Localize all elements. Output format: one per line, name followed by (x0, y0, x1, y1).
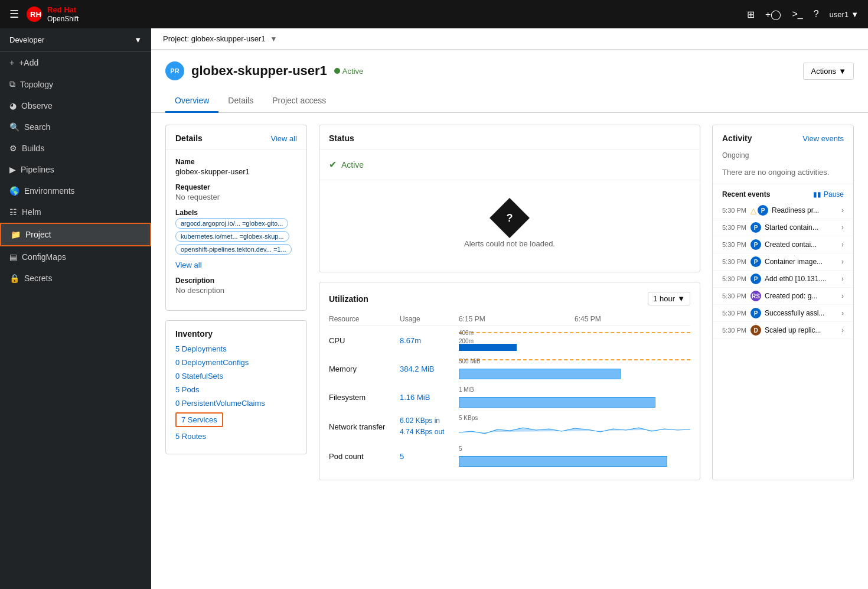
event-row-4[interactable]: 5:30 PM P Add eth0 [10.131.... › (713, 271, 853, 288)
hamburger-menu[interactable]: ☰ (9, 8, 19, 21)
event-row-2[interactable]: 5:30 PM P Created contai... › (713, 236, 853, 253)
secrets-icon: 🔒 (9, 274, 19, 283)
event-badge-5: RS (750, 291, 761, 301)
inventory-pvcs[interactable]: 0 PersistentVolumeClaims (175, 399, 297, 408)
sidebar-item-observe[interactable]: ◕ Observe (0, 95, 151, 116)
event-badge-3: P (750, 256, 761, 267)
inventory-services[interactable]: 7 Services (175, 412, 223, 427)
sidebar-item-secrets[interactable]: 🔒 Secrets (0, 268, 151, 289)
event-row-1[interactable]: 5:30 PM P Started contain... › (713, 219, 853, 236)
details-view-all[interactable]: View all (270, 134, 297, 143)
event-time-5: 5:30 PM (722, 292, 747, 300)
inventory-statefulsets[interactable]: 0 StatefulSets (175, 372, 297, 380)
alert-diamond-icon: ? (495, 204, 524, 232)
add-circle-icon[interactable]: +◯ (765, 9, 781, 20)
memory-label: Memory (329, 354, 400, 383)
project-bar-label: Project: globex-skupper-user1 (163, 34, 265, 43)
detail-description: Description No description (175, 276, 297, 295)
inventory-pods[interactable]: 5 Pods (175, 385, 297, 394)
alert-text: Alerts could not be loaded. (464, 239, 555, 248)
time-range-selector[interactable]: 1 hour ▼ (648, 292, 690, 305)
memory-limit-label: 500 MiB (459, 358, 481, 365)
alert-placeholder: ? Alerts could not be loaded. (319, 180, 700, 272)
event-text-6: Successfully assi... (765, 309, 838, 317)
sidebar-item-configmaps[interactable]: ▤ ConfigMaps (0, 246, 151, 268)
event-row-5[interactable]: 5:30 PM RS Created pod: g... › (713, 288, 853, 305)
memory-bar (459, 369, 621, 379)
sidebar-item-environments[interactable]: 🌎 Environments (0, 180, 151, 201)
perspective-chevron-icon: ▼ (134, 35, 142, 44)
project-icon: 📁 (11, 230, 21, 239)
tab-details[interactable]: Details (218, 90, 263, 113)
label-tag-2[interactable]: openshift-pipelines.tekton.dev... =1... (175, 244, 292, 255)
actions-button[interactable]: Actions ▼ (803, 63, 854, 80)
event-text-0: Readiness pr... (772, 206, 838, 214)
builds-icon: ⚙ (9, 144, 17, 153)
sidebar-item-builds[interactable]: ⚙ Builds (0, 138, 151, 159)
event-row-0[interactable]: 5:30 PM △ P Readiness pr... › (713, 202, 853, 219)
sidebar-item-project[interactable]: 📁 Project (0, 223, 151, 246)
project-bar-chevron-icon[interactable]: ▼ (270, 35, 277, 43)
brand-bot: OpenShift (47, 15, 79, 23)
user-label: user1 (830, 10, 849, 19)
utilization-table: Resource Usage 6:15 PM 6:45 PM CPU 8.67m (329, 313, 690, 470)
view-events-link[interactable]: View events (802, 134, 844, 143)
event-text-2: Created contai... (765, 240, 838, 249)
timerange-chevron-icon: ▼ (677, 294, 685, 303)
event-time-2: 5:30 PM (722, 241, 747, 248)
sidebar-item-topology[interactable]: ⧉ Topology (0, 73, 151, 95)
page-header: PR globex-skupper-user1 Active Actions ▼ (151, 50, 868, 80)
status-card: Status ✔ Active ? Alerts could not be (319, 125, 700, 272)
event-time-6: 5:30 PM (722, 310, 747, 317)
event-arrow-0: › (841, 206, 844, 214)
utilization-card: Utilization 1 hour ▼ Resource Usage 6:15… (319, 282, 700, 480)
status-dot-icon (334, 68, 340, 74)
event-row-3[interactable]: 5:30 PM P Container image... › (713, 253, 853, 271)
event-time-4: 5:30 PM (722, 275, 747, 282)
pause-icon: ▮▮ (813, 190, 821, 198)
labels-view-all[interactable]: View all (175, 261, 297, 269)
detail-requester: Requester No requester (175, 183, 297, 201)
event-arrow-4: › (841, 275, 844, 283)
no-activity-text: There are no ongoing activities. (713, 163, 853, 184)
event-text-3: Container image... (765, 258, 838, 266)
label-tag-1[interactable]: kubernetes.io/met... =globex-skup... (175, 231, 289, 242)
event-row-6[interactable]: 5:30 PM P Successfully assi... › (713, 305, 853, 322)
col-time2: 6:45 PM (575, 313, 690, 326)
sidebar-item-pipelines[interactable]: ▶ Pipelines (0, 159, 151, 180)
event-row-7[interactable]: 5:30 PM D Scaled up replic... › (713, 322, 853, 339)
status-row: ✔ Active (329, 159, 690, 170)
inventory-routes[interactable]: 5 Routes (175, 432, 297, 441)
sidebar-item-add[interactable]: + +Add (0, 52, 151, 73)
detail-name: Name globex-skupper-user1 (175, 158, 297, 176)
event-badge-6: P (750, 308, 761, 318)
event-text-4: Add eth0 [10.131.... (765, 275, 838, 283)
help-icon[interactable]: ? (814, 9, 819, 19)
sidebar-item-helm[interactable]: ☷ Helm (0, 201, 151, 223)
inventory-deploymentconfigs[interactable]: 0 DeploymentConfigs (175, 358, 297, 367)
perspective-switcher[interactable]: Developer ▼ (0, 28, 151, 52)
project-bar: Project: globex-skupper-user1 ▼ (151, 28, 868, 50)
pause-button[interactable]: ▮▮ Pause (813, 190, 844, 198)
tab-project-access[interactable]: Project access (263, 90, 335, 113)
terminal-icon[interactable]: >_ (792, 9, 802, 19)
label-tag-0[interactable]: argocd.argoproj.io/... =globex-gito... (175, 218, 288, 229)
brand-top: Red Hat (47, 5, 79, 15)
event-arrow-1: › (841, 223, 844, 232)
status-text: Active (342, 67, 363, 76)
inventory-deployments[interactable]: 5 Deployments (175, 344, 297, 353)
sidebar: Developer ▼ + +Add ⧉ Topology ◕ Observe … (0, 28, 151, 589)
cpu-limit-label: 400m (459, 330, 474, 336)
util-row-network: Network transfer 6.02 KBps in 4.74 KBps … (329, 411, 690, 442)
grid-icon[interactable]: ⊞ (747, 9, 755, 20)
svg-text:RH: RH (30, 10, 41, 19)
add-icon: + (9, 58, 14, 67)
user-menu[interactable]: user1 ▼ (830, 10, 859, 19)
memory-limit-line (459, 359, 690, 360)
util-row-memory: Memory 384.2 MiB 500 MiB (329, 354, 690, 383)
podcount-limit-label: 5 (459, 445, 462, 452)
sidebar-item-search[interactable]: 🔍 Search (0, 116, 151, 138)
cpu-limit-line (459, 332, 690, 333)
activity-card: Activity View events Ongoing There are n… (712, 125, 854, 480)
tab-overview[interactable]: Overview (165, 90, 218, 113)
